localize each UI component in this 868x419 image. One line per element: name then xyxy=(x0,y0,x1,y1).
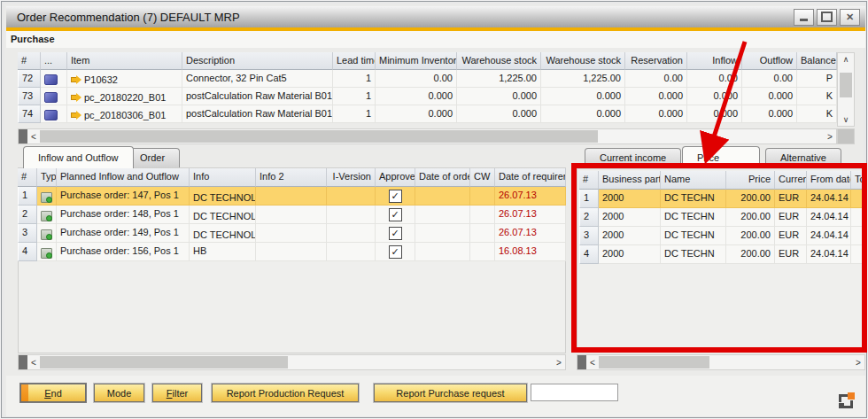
order-type-cell[interactable] xyxy=(37,206,57,224)
min-inventory-cell[interactable]: 0.000 xyxy=(376,88,457,105)
scrollbar-thumb[interactable] xyxy=(599,356,709,369)
from-date-cell[interactable]: 24.04.14 xyxy=(807,245,851,264)
mode-button[interactable]: Mode xyxy=(94,384,144,402)
item-cell[interactable]: pc_20180306_B01 xyxy=(67,105,182,123)
column-header[interactable]: Reservation xyxy=(625,52,687,70)
report-purchase-request-button[interactable]: Report Purchase request xyxy=(374,384,527,402)
business-partner-cell[interactable]: 2000 xyxy=(599,208,661,227)
currency-cell[interactable]: EUR xyxy=(775,227,807,245)
price-cell[interactable]: 200.00 xyxy=(726,227,775,245)
outflow-cell[interactable]: 0.000 xyxy=(742,88,797,105)
date-of-order-cell[interactable] xyxy=(415,224,470,243)
order-type-cell[interactable] xyxy=(37,187,57,206)
inflow-cell[interactable]: 0.000 xyxy=(687,88,742,105)
reservation-cell[interactable]: 0.00 xyxy=(625,70,687,88)
iversion-cell[interactable] xyxy=(327,187,376,206)
column-header[interactable]: Price xyxy=(726,171,775,190)
outflow-cell[interactable]: 0.00 xyxy=(742,70,797,88)
column-header[interactable]: I-Version xyxy=(327,168,376,187)
min-inventory-cell[interactable]: 0.000 xyxy=(376,105,457,123)
warehouse-stock-cell[interactable]: 1,225.00 xyxy=(457,70,541,88)
to-date-cell[interactable] xyxy=(851,190,863,208)
iversion-cell[interactable] xyxy=(327,206,376,224)
column-header[interactable]: Planned Inflow and Outflow xyxy=(57,168,190,187)
column-header[interactable]: # xyxy=(579,171,599,190)
price-cell[interactable]: 200.00 xyxy=(726,208,775,227)
inflow-cell[interactable]: 0.000 xyxy=(687,105,742,123)
row-number-cell[interactable]: 4 xyxy=(579,245,599,264)
row-number-cell[interactable]: 72 xyxy=(18,70,41,88)
row-number-cell[interactable]: 74 xyxy=(18,105,41,123)
column-header[interactable]: Warehouse stock xyxy=(541,52,625,70)
scroll-left-icon[interactable]: < xyxy=(27,132,40,142)
info2-cell[interactable] xyxy=(256,206,327,224)
table-row[interactable] xyxy=(41,70,67,88)
date-of-order-cell[interactable] xyxy=(415,187,470,206)
name-cell[interactable]: DC TECHN xyxy=(661,245,726,264)
tab-current-income[interactable]: Current income xyxy=(585,148,681,167)
link-arrow-icon[interactable] xyxy=(71,75,81,84)
approved-checkbox[interactable]: ✓ xyxy=(389,208,402,221)
planned-inflow-cell[interactable]: Purchase order: 148, Pos 1 xyxy=(57,206,190,224)
order-type-cell[interactable] xyxy=(37,224,57,243)
lead-time-cell[interactable]: 1 xyxy=(333,70,376,88)
planned-inflow-cell[interactable]: Purchase order: 147, Pos 1 xyxy=(57,187,190,206)
business-partner-cell[interactable]: 2000 xyxy=(599,227,661,245)
column-header[interactable]: Business partner xyxy=(599,171,661,190)
description-cell[interactable]: postCalculation Raw Material B01 xyxy=(182,105,333,123)
currency-cell[interactable]: EUR xyxy=(775,245,807,264)
column-header[interactable]: Description xyxy=(182,52,333,70)
row-number-cell[interactable]: 1 xyxy=(579,190,599,208)
scrollbar-thumb[interactable] xyxy=(40,356,288,369)
date-of-requirement-cell[interactable]: 26.07.13 xyxy=(495,224,566,243)
cw-cell[interactable] xyxy=(470,206,495,224)
lead-time-cell[interactable]: 1 xyxy=(333,105,376,123)
scrollbar-thumb[interactable] xyxy=(40,130,598,143)
table-row[interactable] xyxy=(41,88,67,105)
info-cell[interactable]: HB xyxy=(190,243,256,261)
info-cell[interactable]: DC TECHNOLO xyxy=(190,224,256,243)
column-header[interactable]: Outflow xyxy=(742,52,797,70)
table-row[interactable] xyxy=(41,105,67,123)
scroll-left-icon[interactable]: < xyxy=(586,358,599,368)
min-inventory-cell[interactable]: 0.00 xyxy=(376,70,457,88)
to-date-cell[interactable] xyxy=(851,245,863,264)
item-cell[interactable]: pc_20180220_B01 xyxy=(67,88,182,105)
warehouse-stock-cell[interactable]: 0.000 xyxy=(541,88,625,105)
price-cell[interactable]: 200.00 xyxy=(726,245,775,264)
approved-cell[interactable]: ✓ xyxy=(376,187,415,206)
scroll-right-icon[interactable]: > xyxy=(824,132,836,142)
reservation-cell[interactable]: 0.000 xyxy=(625,88,687,105)
close-button[interactable]: ✕ xyxy=(840,9,860,26)
link-arrow-icon[interactable] xyxy=(71,111,81,120)
date-of-order-cell[interactable] xyxy=(415,243,470,261)
scrollbar-split-handle[interactable] xyxy=(19,355,27,369)
link-arrow-icon[interactable] xyxy=(71,93,81,102)
scrollbar-thumb[interactable] xyxy=(840,73,852,97)
approved-cell[interactable]: ✓ xyxy=(376,206,415,224)
column-header[interactable]: Currenc xyxy=(775,171,807,190)
scroll-up-icon[interactable]: ∧ xyxy=(843,53,849,66)
date-of-requirement-cell[interactable]: 26.07.13 xyxy=(495,206,566,224)
minimize-button[interactable] xyxy=(794,9,814,26)
column-header[interactable]: ... xyxy=(41,52,67,70)
column-header[interactable]: Warehouse stock xyxy=(457,52,541,70)
info2-cell[interactable] xyxy=(256,243,327,261)
row-number-cell[interactable]: 73 xyxy=(18,88,41,105)
tab-inflow-and-outflow[interactable]: Inflow and Outflow xyxy=(23,146,134,168)
iversion-cell[interactable] xyxy=(327,224,376,243)
maximize-button[interactable] xyxy=(817,9,837,26)
iversion-cell[interactable] xyxy=(327,243,376,261)
business-partner-cell[interactable]: 2000 xyxy=(599,190,661,208)
column-header[interactable]: Approved xyxy=(376,168,415,187)
balance-uom-cell[interactable]: K xyxy=(797,88,837,105)
from-date-cell[interactable]: 24.04.14 xyxy=(807,227,851,245)
row-number-cell[interactable]: 3 xyxy=(579,227,599,245)
info-cell[interactable]: DC TECHNOLO xyxy=(190,187,256,206)
business-partner-cell[interactable]: 2000 xyxy=(599,245,661,264)
warehouse-stock-cell[interactable]: 1,225.00 xyxy=(541,70,625,88)
approved-checkbox[interactable]: ✓ xyxy=(389,227,402,240)
balance-uom-cell[interactable]: K xyxy=(797,105,837,123)
column-header[interactable]: Info xyxy=(190,168,256,187)
column-header[interactable]: Item xyxy=(67,52,182,70)
